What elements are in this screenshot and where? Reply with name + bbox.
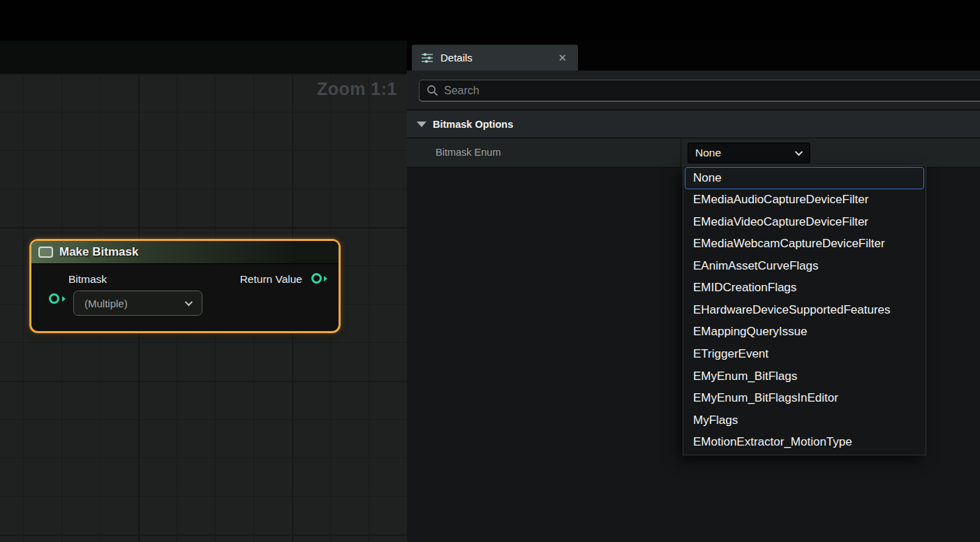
- dropdown-item[interactable]: EMyEnum_BitFlagsInEditor: [685, 387, 924, 409]
- tab-strip: Details ✕: [407, 41, 980, 71]
- dropdown-item[interactable]: EMotionExtractor_MotionType: [685, 431, 924, 453]
- dropdown-item[interactable]: EMIDCreationFlags: [685, 277, 924, 300]
- dropdown-item[interactable]: MyFlags: [685, 409, 924, 432]
- chevron-down-icon: [185, 298, 193, 306]
- graph-canvas[interactable]: Zoom 1:1 Make Bitmask Bitmask (Multiple)…: [0, 73, 407, 542]
- dropdown-item[interactable]: EAnimAssetCurveFlags: [685, 255, 924, 277]
- dropdown-item[interactable]: EMediaVideoCaptureDeviceFilter: [685, 211, 924, 233]
- dropdown-item[interactable]: ETriggerEvent: [685, 343, 924, 365]
- top-menu-bar: [0, 0, 980, 41]
- tab-details-label: Details: [440, 52, 549, 64]
- tab-details[interactable]: Details ✕: [412, 45, 578, 71]
- details-sliders-icon: [421, 52, 433, 64]
- column-splitter[interactable]: [681, 138, 681, 167]
- section-bitmask-options[interactable]: Bitmask Options: [407, 110, 980, 138]
- dropdown-item[interactable]: EMappingQueryIssue: [685, 321, 924, 344]
- multiselect-value: (Multiple): [84, 298, 128, 309]
- dropdown-item[interactable]: EMyEnum_BitFlags: [685, 365, 924, 388]
- bitmask-input-pin-wedge-icon: [62, 296, 66, 302]
- expander-arrow-icon: [417, 122, 426, 127]
- close-icon[interactable]: ✕: [556, 51, 569, 64]
- enum-dropdown-menu: None EMediaAudioCaptureDeviceFilter EMed…: [683, 165, 926, 455]
- bitmask-input-pin[interactable]: [49, 293, 59, 304]
- return-value-pin-wedge-icon: [324, 276, 327, 281]
- dropdown-item[interactable]: None: [685, 167, 924, 189]
- bitmask-enum-value: None: [695, 147, 721, 159]
- input-pin-label: Bitmask: [68, 273, 107, 286]
- bitmask-multiselect-dropdown[interactable]: (Multiple): [73, 291, 202, 316]
- search-icon: [426, 85, 438, 96]
- dropdown-item[interactable]: EHardwareDeviceSupportedFeatures: [685, 299, 924, 321]
- dropdown-item[interactable]: EMediaWebcamCaptureDeviceFilter: [685, 233, 924, 256]
- search-row: [407, 71, 980, 110]
- make-bitmask-node[interactable]: Make Bitmask Bitmask (Multiple) Return V…: [29, 239, 341, 333]
- bitmask-enum-dropdown[interactable]: None: [688, 142, 810, 163]
- node-header: Make Bitmask: [31, 241, 339, 264]
- search-input[interactable]: [444, 85, 978, 97]
- property-label: Bitmask Enum: [436, 147, 500, 158]
- section-title: Bitmask Options: [433, 119, 513, 130]
- property-row-bitmask-enum: Bitmask Enum None: [407, 138, 980, 168]
- zoom-level-label: Zoom 1:1: [317, 79, 397, 99]
- search-box[interactable]: [419, 80, 980, 101]
- node-body: Bitmask (Multiple) Return Value: [31, 264, 339, 331]
- blueprint-graph-panel: Zoom 1:1 Make Bitmask Bitmask (Multiple)…: [0, 41, 407, 542]
- return-value-output-pin[interactable]: [311, 273, 322, 284]
- node-title: Make Bitmask: [59, 245, 138, 259]
- unreal-editor-window: Zoom 1:1 Make Bitmask Bitmask (Multiple)…: [0, 0, 980, 542]
- graph-toolbar: [0, 41, 407, 73]
- output-pin-label: Return Value: [240, 273, 302, 286]
- make-struct-icon: [38, 247, 53, 258]
- dropdown-item[interactable]: EMediaAudioCaptureDeviceFilter: [685, 189, 924, 212]
- chevron-down-icon: [795, 148, 803, 156]
